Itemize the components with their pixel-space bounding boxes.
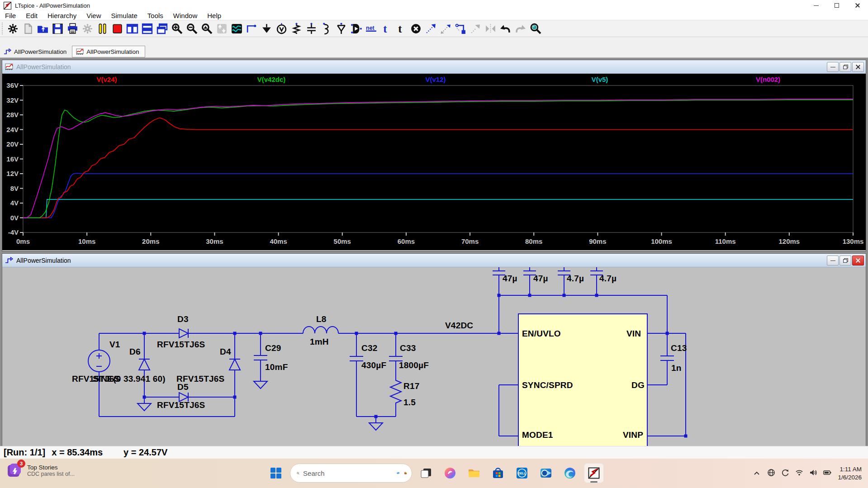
menu-hierarchy[interactable]: Hierarchy (43, 12, 81, 19)
tab-schematic[interactable]: AllPowerSimulation (0, 46, 72, 57)
component-value-c13[interactable]: 1n (671, 363, 682, 373)
mirror-icon[interactable] (484, 22, 497, 35)
print-icon[interactable] (66, 22, 79, 35)
delete-icon[interactable] (409, 22, 422, 35)
tray-volume-icon[interactable] (809, 469, 817, 479)
component-value-l8[interactable]: 1mH (310, 337, 329, 347)
component-value-c29[interactable]: 10mF (265, 362, 288, 372)
menu-help[interactable]: Help (202, 12, 226, 19)
component-value-r17[interactable]: 1.5 (403, 398, 416, 407)
tray-refresh-icon[interactable] (781, 469, 789, 479)
component-value-d3[interactable]: RFV15TJ6S (157, 340, 205, 350)
menu-simulate[interactable]: Simulate (106, 12, 142, 19)
undo-icon[interactable] (498, 22, 512, 35)
trace-label-V(v24)[interactable]: V(v24) (96, 76, 117, 83)
component-label-d6[interactable]: D6 (129, 347, 141, 357)
zoom-in-icon[interactable] (170, 22, 184, 35)
tray-globe-icon[interactable] (767, 469, 775, 479)
component-value-d5[interactable]: RFV15TJ6S (157, 400, 205, 410)
component-label-c13[interactable]: C13 (671, 343, 687, 353)
ic-pin-vin[interactable]: VIN (626, 329, 641, 339)
app-maximize-button[interactable] (826, 0, 847, 11)
halt-icon[interactable] (110, 22, 124, 35)
find-icon[interactable] (528, 22, 542, 35)
taskbar-app-outlook-icon[interactable] (536, 463, 556, 483)
chevron-up-icon[interactable] (753, 469, 761, 478)
trace-label-V(n002)[interactable]: V(n002) (756, 76, 780, 83)
move-icon[interactable] (424, 22, 437, 35)
menu-tools[interactable]: Tools (142, 12, 168, 19)
net-label-icon[interactable]: net (364, 22, 378, 35)
component-value-v1[interactable]: SINE(0 33.941 60) (93, 374, 166, 384)
tile-vertical-icon[interactable] (125, 22, 139, 35)
ic-pin-mode1[interactable]: MODE1 (522, 430, 553, 440)
menu-window[interactable]: Window (168, 12, 202, 19)
component-value-cap4[interactable]: 4.7µ (599, 274, 617, 284)
wire-icon[interactable] (245, 22, 258, 35)
menu-view[interactable]: View (81, 12, 106, 19)
inductor-icon[interactable] (319, 22, 333, 35)
menu-edit[interactable]: Edit (21, 12, 43, 19)
component-value-cap2[interactable]: 47µ (533, 274, 548, 284)
taskbar-app-ltspice-icon[interactable] (584, 463, 604, 483)
menu-file[interactable]: File (0, 12, 21, 19)
taskbar-app-edge-icon[interactable] (560, 463, 580, 483)
zoom-out-icon[interactable] (185, 22, 199, 35)
app-close-button[interactable] (847, 0, 868, 11)
trace-label-V(v12)[interactable]: V(v12) (425, 76, 446, 83)
widgets-button[interactable]: 3 Top Stories CDC pares list of... (6, 462, 75, 479)
component-value-c33[interactable]: 1800µF (399, 360, 429, 370)
drag-icon[interactable] (439, 22, 452, 35)
trace-V(v5)[interactable] (23, 199, 853, 218)
tray-wifi-icon[interactable] (795, 469, 803, 479)
schematic-close-button[interactable] (852, 256, 864, 265)
taskbar-app-store-icon[interactable] (488, 463, 508, 483)
trace-V(v24)[interactable] (23, 118, 853, 218)
taskbar-app-copilot-icon[interactable] (440, 463, 460, 483)
spice-directive-icon[interactable]: t (394, 22, 408, 35)
tab-waveform[interactable]: AllPowerSimulation (72, 46, 145, 57)
ic-pin-sync-sprd[interactable]: SYNC/SPRD (522, 380, 573, 390)
ic-pin-vinp[interactable]: VINP (623, 430, 643, 440)
cascade-icon[interactable] (155, 22, 169, 35)
control-panel-icon[interactable] (6, 22, 19, 35)
trace-label-V(v42dc)[interactable]: V(v42dc) (257, 76, 286, 83)
save-icon[interactable] (51, 22, 64, 35)
component-value-c32[interactable]: 430µF (361, 360, 386, 370)
text-icon[interactable]: t (379, 22, 393, 35)
open-icon[interactable] (36, 22, 49, 35)
taskbar-app-dell-icon[interactable]: DELL (512, 463, 532, 483)
search-input[interactable] (303, 469, 393, 477)
pause-icon[interactable] (95, 22, 109, 35)
schematic-drawing[interactable] (2, 267, 866, 447)
component-value-cap3[interactable]: 4.7µ (567, 274, 584, 284)
schematic-restore-button[interactable] (840, 256, 851, 265)
tray-battery-icon[interactable] (823, 469, 831, 479)
taskbar-clock[interactable]: 1:11 AM 1/6/2026 (838, 465, 862, 481)
redo-icon[interactable] (513, 22, 527, 35)
schematic-canvas-area[interactable]: V1 D6 D3 RFV15TJ6S D4 RFV15TJ6S SINE(0 3… (2, 267, 866, 447)
component-label-r17[interactable]: R17 (403, 381, 419, 391)
waveform-restore-button[interactable] (840, 62, 851, 72)
trace-V(v12)[interactable] (23, 173, 853, 218)
diode-icon[interactable] (334, 22, 348, 35)
capacitor-icon[interactable] (304, 22, 318, 35)
new-schematic-icon[interactable] (21, 22, 34, 35)
waveform-close-button[interactable] (852, 62, 864, 72)
ground-icon[interactable] (260, 22, 273, 35)
zoom-extents-icon[interactable] (200, 22, 213, 35)
schematic-window-titlebar[interactable]: AllPowerSimulation (2, 254, 866, 267)
waveform-minimize-button[interactable] (827, 62, 839, 72)
drag-reattach-icon[interactable] (454, 22, 467, 35)
component-label-c33[interactable]: C33 (400, 343, 416, 353)
taskbar-app-file-explorer-icon[interactable] (464, 463, 484, 483)
start-button[interactable] (266, 463, 286, 483)
waveform-window-titlebar[interactable]: AllPowerSimulation (2, 60, 866, 74)
ic-pin-dg[interactable]: DG (631, 380, 645, 390)
copy-icon[interactable] (469, 22, 482, 35)
waveform-plot-area[interactable]: V(v24)V(v42dc)V(v12)V(v5)V(n002) 36V32V2… (2, 74, 866, 250)
component-label-d5[interactable]: D5 (177, 382, 189, 392)
ic-pin-en-uvlo[interactable]: EN/UVLO (522, 329, 561, 339)
voltage-source-icon[interactable] (275, 22, 288, 35)
autorange-icon[interactable] (215, 22, 228, 35)
